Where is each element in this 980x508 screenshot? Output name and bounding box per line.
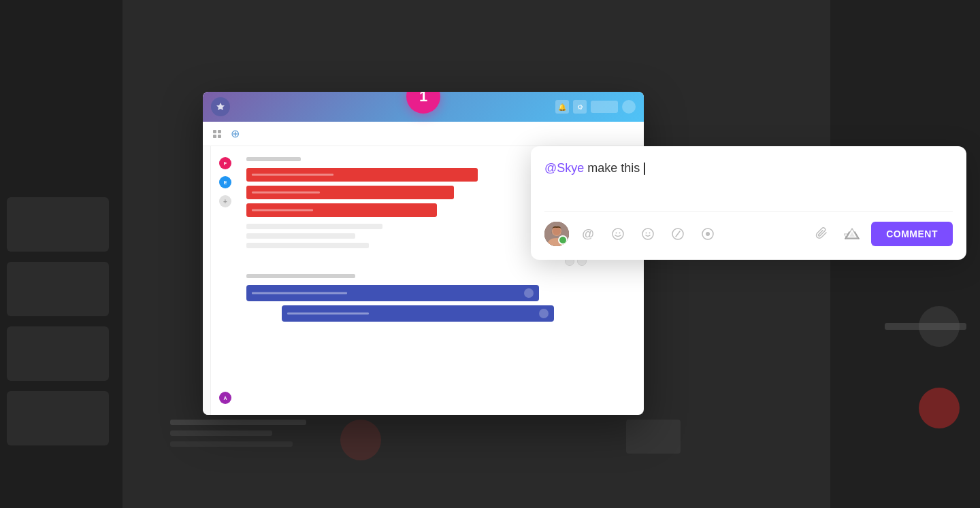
bg-card-1 [7, 197, 109, 252]
blue-bar-1 [246, 285, 539, 301]
slash-icon[interactable] [667, 223, 689, 245]
bell-icon: 🔔 [555, 100, 569, 114]
svg-point-12 [649, 233, 651, 234]
blue-bar-2 [282, 305, 554, 322]
left-sidebar [203, 146, 211, 415]
avatar-f: F [219, 157, 231, 169]
svg-rect-3 [218, 135, 221, 138]
red-bar-3 [246, 203, 437, 217]
red-bar-1 [246, 168, 478, 182]
red-bar-2 [246, 186, 454, 199]
placeholder-2 [246, 233, 355, 239]
settings-icon: ⚙ [573, 100, 587, 114]
bg-card-4 [7, 391, 109, 445]
avatar-svg [544, 222, 569, 246]
grid-icon [211, 128, 223, 140]
drive-icon[interactable] [841, 223, 863, 245]
svg-point-10 [642, 228, 653, 239]
blue-group-header [246, 274, 355, 278]
app-logo [211, 97, 230, 116]
svg-rect-0 [213, 130, 216, 133]
svg-rect-1 [218, 130, 221, 133]
bg-bottom [136, 406, 749, 508]
record-icon[interactable] [697, 223, 719, 245]
svg-rect-2 [213, 135, 216, 138]
avatar-e: E [219, 176, 231, 188]
group-header-bar [246, 157, 301, 161]
svg-point-9 [619, 233, 621, 234]
svg-point-8 [616, 233, 617, 234]
comment-body-text: make this [584, 161, 643, 175]
mention-icon[interactable]: @ [577, 223, 599, 245]
svg-point-7 [612, 228, 623, 239]
bg-right-text [885, 323, 966, 330]
svg-point-11 [646, 233, 647, 234]
svg-point-6 [553, 227, 561, 235]
avatar-add: + [219, 195, 231, 207]
svg-point-16 [706, 232, 710, 236]
avatar-face [544, 222, 569, 246]
placeholder-3 [246, 243, 369, 248]
add-icon[interactable]: ⊕ [229, 128, 241, 140]
step-number: 1 [419, 92, 427, 105]
header-bar [591, 101, 618, 113]
online-indicator [562, 239, 568, 245]
header-icons: 🔔 ⚙ [555, 100, 636, 114]
app-toolbar: ⊕ [203, 122, 644, 146]
text-cursor [644, 163, 645, 175]
placeholder-1 [246, 224, 382, 229]
attachment-icon[interactable] [811, 223, 833, 245]
emoji-icon[interactable] [637, 223, 659, 245]
svg-line-14 [676, 231, 680, 237]
comment-input-area: @Skye make this [544, 160, 953, 201]
bg-card-3 [7, 326, 109, 381]
comment-toolbar: @ [544, 211, 953, 246]
bg-card-2 [7, 262, 109, 316]
comment-popup: @Skye make this @ [531, 146, 966, 260]
bg-avatar-2 [919, 388, 960, 428]
task-avatars: F E + [219, 157, 231, 207]
reaction-icon[interactable] [607, 223, 629, 245]
mention-text: @Skye [544, 161, 584, 175]
bottom-avatar: A [219, 392, 231, 404]
commenter-avatar [544, 222, 569, 246]
comment-button[interactable]: COMMENT [871, 222, 953, 246]
header-avatar [622, 100, 636, 114]
